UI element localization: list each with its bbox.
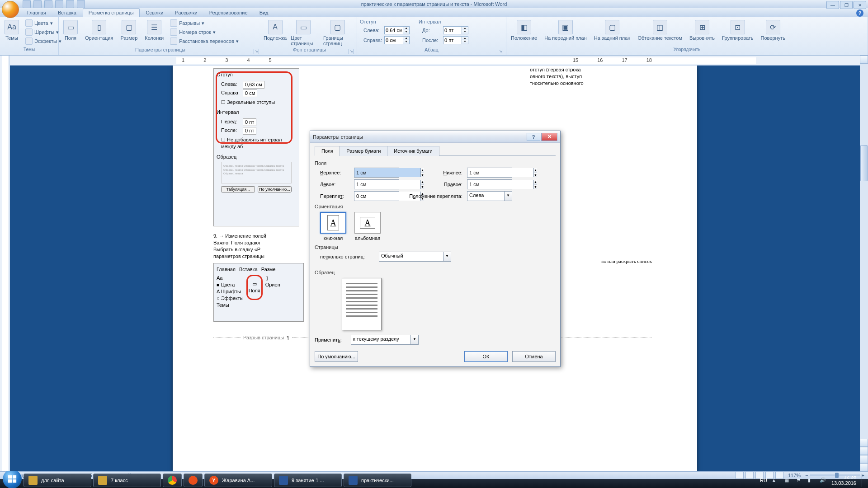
spacing-after-input[interactable]: ▲▼ xyxy=(443,36,468,44)
input-top-margin[interactable]: ▲▼ xyxy=(354,168,399,178)
input-gutter[interactable]: ▲▼ xyxy=(354,191,399,201)
ribbon-tabs: Главная Вставка Разметка страницы Ссылки… xyxy=(0,8,868,17)
page-borders-button[interactable]: ▢Границы страниц xyxy=(321,19,354,47)
qat-undo[interactable] xyxy=(33,0,42,8)
tray-flag-icon[interactable]: ⚑ xyxy=(796,477,802,483)
text-wrap-button[interactable]: ◫Обтекание текстом xyxy=(636,19,684,42)
combo-multipage[interactable]: Обычный▼ xyxy=(379,252,451,262)
breaks-button[interactable]: Разрывы ▾ xyxy=(169,19,239,27)
combo-gutter-pos[interactable]: Слева▼ xyxy=(467,191,512,201)
dialog-tab-source[interactable]: Источник бумаги xyxy=(387,146,439,156)
watermark-button[interactable]: AПодложка xyxy=(265,19,285,42)
theme-effects[interactable]: Эффекты ▾ xyxy=(24,37,62,45)
taskbar-word-1[interactable]: 9 занятие-1 ... xyxy=(274,474,342,487)
document-area: 12345 15161718 отступ (первая строка овн… xyxy=(0,56,868,471)
paragraph-launcher[interactable]: ↘ xyxy=(498,49,503,54)
input-bottom-margin[interactable]: ▲▼ xyxy=(467,168,512,178)
send-back-button[interactable]: ▢На задний план xyxy=(592,19,632,42)
start-button[interactable] xyxy=(3,469,22,488)
line-numbers-button[interactable]: Номера строк ▾ xyxy=(169,28,239,36)
position-button[interactable]: ◧Положение xyxy=(509,19,539,42)
tab-page-layout[interactable]: Разметка страницы xyxy=(83,8,140,17)
theme-fonts[interactable]: Шрифты ▾ xyxy=(24,28,62,36)
browse-object-button[interactable] xyxy=(860,455,868,463)
qat-save[interactable] xyxy=(23,0,31,8)
pagebg-launcher[interactable]: ↘ xyxy=(349,49,354,54)
tray-battery-icon[interactable]: ▮ xyxy=(808,477,814,483)
taskbar-app-orange[interactable] xyxy=(184,474,203,487)
scroll-thumb[interactable] xyxy=(860,145,868,181)
vertical-ruler[interactable] xyxy=(0,56,10,471)
dialog-tab-margins[interactable]: Поля xyxy=(315,146,340,156)
show-desktop-button[interactable] xyxy=(862,474,865,487)
spacing-before-input[interactable]: ▲▼ xyxy=(443,26,468,34)
tray-network-icon[interactable]: ▦ xyxy=(784,477,791,483)
taskbar-word-2[interactable]: практически... xyxy=(344,474,411,487)
margins-button[interactable]: ▭Поля xyxy=(61,19,80,42)
titlebar: практические к параметрам страницы и тек… xyxy=(0,0,868,8)
input-left-margin[interactable]: ▲▼ xyxy=(354,179,399,189)
qat-redo[interactable] xyxy=(44,0,52,8)
cancel-button[interactable]: Отмена xyxy=(512,351,556,362)
view-print-layout[interactable] xyxy=(736,472,744,479)
minimize-button[interactable]: — xyxy=(826,1,839,9)
indent-right-input[interactable]: ▲▼ xyxy=(384,36,410,44)
themes-button[interactable]: AaТемы xyxy=(3,19,21,42)
section-margins-label: Поля xyxy=(315,160,556,166)
orientation-button[interactable]: ▯Ориентация xyxy=(83,19,115,42)
tab-view[interactable]: Вид xyxy=(254,9,274,17)
prev-page-button[interactable] xyxy=(860,447,868,455)
dialog-tabs: Поля Размер бумаги Источник бумаги xyxy=(315,145,556,156)
hyphenation-button[interactable]: Расстановка переносов ▾ xyxy=(169,37,239,45)
office-button[interactable] xyxy=(2,1,19,18)
columns-button[interactable]: ☰Колонки xyxy=(143,19,165,42)
bring-front-button[interactable]: ▣На передний план xyxy=(542,19,589,42)
dialog-close-button[interactable]: ✕ xyxy=(541,133,557,141)
maximize-button[interactable]: ❐ xyxy=(840,1,853,9)
scroll-down-button[interactable] xyxy=(860,439,868,447)
qat-preview[interactable] xyxy=(55,0,63,8)
view-fullscreen[interactable] xyxy=(745,472,754,479)
tab-references[interactable]: Ссылки xyxy=(141,9,169,17)
dialog-tab-paper[interactable]: Размер бумаги xyxy=(340,146,387,156)
scroll-up-button[interactable] xyxy=(860,56,868,64)
doc-fragment: овного текста), выступ xyxy=(530,73,652,80)
orientation-landscape[interactable]: A альбомная xyxy=(354,212,381,241)
tab-insert[interactable]: Вставка xyxy=(52,9,82,17)
dialog-help-button[interactable]: ? xyxy=(527,133,540,141)
tab-mailings[interactable]: Рассылки xyxy=(170,9,203,17)
qat-more[interactable] xyxy=(77,0,85,8)
close-button[interactable]: ✕ xyxy=(854,1,866,9)
ok-button[interactable]: ОК xyxy=(464,351,508,362)
zoom-slider[interactable] xyxy=(810,474,860,476)
rotate-button[interactable]: ⟳Повернуть xyxy=(759,19,787,42)
taskbar-chrome[interactable] xyxy=(163,474,182,487)
align-button[interactable]: ⊞Выровнять xyxy=(688,19,717,42)
tray-volume-icon[interactable]: 🔊 xyxy=(820,477,826,483)
orientation-portrait[interactable]: A книжная xyxy=(320,212,346,241)
tray-lang[interactable]: RU xyxy=(760,478,767,483)
taskbar-yandex[interactable]: YЖаравина А... xyxy=(204,474,272,487)
taskbar-folder-2[interactable]: 7 класс xyxy=(93,474,161,487)
vertical-scrollbar[interactable] xyxy=(860,56,868,471)
group-button[interactable]: ⊡Группировать xyxy=(720,19,755,42)
theme-colors[interactable]: Цвета ▾ xyxy=(24,19,62,27)
next-page-button[interactable] xyxy=(860,463,868,471)
qat-print[interactable] xyxy=(66,0,74,8)
input-right-margin[interactable]: ▲▼ xyxy=(467,179,512,189)
indent-title: Отступ xyxy=(360,19,410,24)
pagesetup-launcher[interactable]: ↘ xyxy=(254,49,259,54)
tab-review[interactable]: Рецензирование xyxy=(204,9,253,17)
size-button[interactable]: ▢Размер xyxy=(118,19,139,42)
dialog-titlebar[interactable]: Параметры страницы ? ✕ xyxy=(310,131,560,143)
tray-show-hidden-icon[interactable]: ▴ xyxy=(773,477,779,483)
section-pages-label: Страницы xyxy=(315,244,556,250)
taskbar-folder-1[interactable]: для сайта xyxy=(24,474,91,487)
page-color-button[interactable]: ▭Цвет страницы xyxy=(289,19,318,47)
indent-left-input[interactable]: ▲▼ xyxy=(384,26,410,34)
tab-home[interactable]: Главная xyxy=(22,9,52,17)
default-button[interactable]: По умолчанию... xyxy=(315,351,358,362)
help-icon[interactable]: ? xyxy=(856,9,863,17)
horizontal-ruler[interactable]: 12345 15161718 xyxy=(10,56,860,66)
combo-apply-to[interactable]: к текущему разделу▼ xyxy=(351,335,419,345)
